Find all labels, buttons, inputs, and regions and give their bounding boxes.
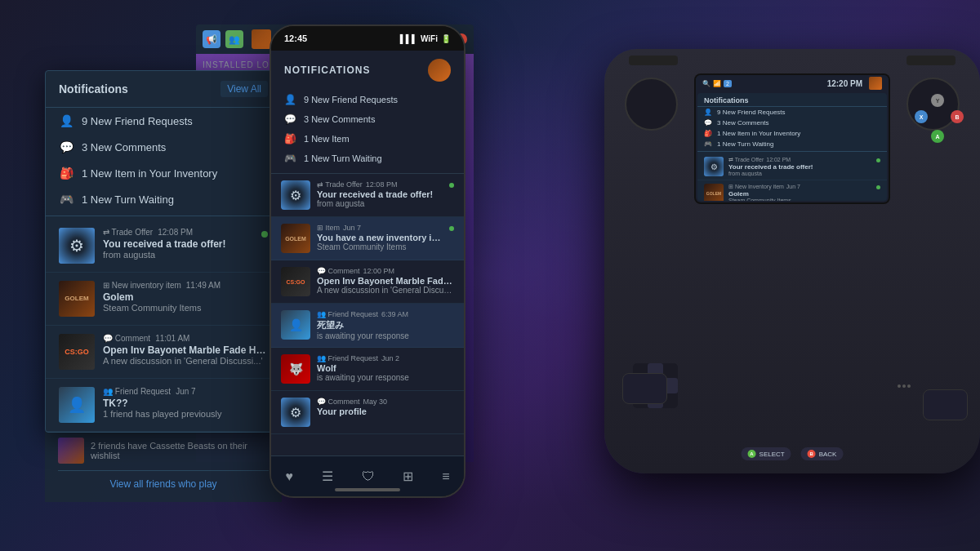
mobile-inventory-meta: ⊞ Item Jun 7 [317,224,443,232]
mobile-inventory-text: 1 New Item [304,134,350,144]
mobile-summary: 👤 9 New Friend Requests 💬 3 New Comments… [271,88,464,174]
notif-time: 12:08 PM [158,228,193,237]
view-all-button[interactable]: View All [220,81,268,97]
back-button[interactable]: B BACK [801,447,844,460]
mobile-notif-comment[interactable]: CS:GO 💬 Comment 12:00 PM Open Inv Bayone… [271,260,464,304]
mobile-summary-turns[interactable]: 🎮 1 New Turn Waiting [271,149,464,168]
deck-trade-time: 12:02 PM [766,157,791,163]
notif-item-meta: ⇄ Trade Offer 12:08 PM [103,228,253,237]
notif-item-meta-3: 💬 Comment 11:01 AM [103,334,268,343]
mobile-friend1-type: 👥 Friend Request [317,310,378,318]
deck-notif-golem[interactable]: GOLEM ⊞ New Inventory item Jun 7 Golem S… [697,180,887,201]
notif-time-4: Jun 7 [176,387,195,396]
left-stick[interactable] [625,78,678,131]
notif-type-inventory: ⊞ New inventory item [103,281,181,290]
steam-btn-announce[interactable]: 📢 [203,30,220,48]
notif-new-dot [261,231,268,238]
deck-summary-friends[interactable]: 👤 9 New Friend Requests [697,107,887,118]
deck-notif-badge: 2 [724,80,732,87]
friends-section: 2 friends have Cassette Beasts on their … [45,424,282,502]
deck-signal-icon: 📶 [713,80,721,87]
mobile-profile-thumb: ⚙ [281,398,310,427]
a-button[interactable]: A [931,130,944,143]
notif-item-friend-content: 👥 Friend Request Jun 7 TK?? 1 friend has… [103,387,268,419]
deck-summary-inventory[interactable]: 🎒 1 New Item in Your Inventory [697,128,887,139]
deck-golem-meta: ⊞ New Inventory item Jun 7 [728,184,871,190]
select-button[interactable]: A SELECT [742,447,791,460]
deck-avatar [869,77,882,90]
notif-item-csgo[interactable]: CS:GO 💬 Comment 11:01 AM Open Inv Bayone… [46,326,281,379]
notif-item-trade[interactable]: ⚙ ⇄ Trade Offer 12:08 PM You received a … [46,220,281,273]
mobile-csgo-thumb: CS:GO [281,267,310,296]
wifi-icon: WiFi [421,34,438,43]
mobile-inventory-sub: Steam Community Items [317,242,443,251]
mobile-notif-friend1[interactable]: 👤 👥 Friend Request 6:39 AM 死望み is awaiti… [271,304,464,348]
deck-screen-bezel: 🔍 📶 2 12:20 PM Notifications 👤 9 New Fri… [694,73,890,204]
mobile-notif-wolf[interactable]: 🐺 👥 Friend Request Jun 2 Wolf is awaitin… [271,348,464,391]
mobile-notif-profile[interactable]: ⚙ 💬 Comment May 30 Your profile [271,391,464,434]
y-button[interactable]: Y [931,94,944,107]
mobile-notif-trade[interactable]: ⚙ ⇄ Trade Offer 12:08 PM Your received a… [271,174,464,217]
mobile-nav-grid[interactable]: ⊞ [396,462,420,491]
right-bumper[interactable] [906,56,956,65]
steam-deck: 🔍 📶 2 12:20 PM Notifications 👤 9 New Fri… [588,0,980,551]
abxy-buttons: Y B X A [915,94,964,143]
mobile-trade-content: ⇄ Trade Offer 12:08 PM Your received a t… [317,180,443,208]
mobile-status-icons: ▌▌▌ WiFi 🔋 [400,34,451,43]
mobile-nav-menu[interactable]: ≡ [435,463,456,491]
notif-divider [46,216,281,216]
deck-inventory-icon: 🎒 [704,130,712,137]
deck-divider [697,151,887,152]
mobile-nav-shield[interactable]: 🛡 [355,463,381,491]
notif-summary-friends[interactable]: 👤 9 New Friend Requests [46,108,281,134]
deck-status-left: 🔍 📶 2 [702,80,824,87]
deck-summary-turns[interactable]: 🎮 1 New Turn Waiting [697,139,887,149]
deck-golem-sub: Steam Community Items [728,198,871,201]
mobile-trade-dot [449,183,454,188]
notif-item-meta-2: ⊞ New inventory item 11:49 AM [103,281,268,290]
notif-summary-inventory[interactable]: 🎒 1 New Item in Your Inventory [46,160,281,186]
mobile-friends-text: 9 New Friend Requests [304,95,398,104]
mobile-trade-title: Your received a trade offer! [317,189,443,199]
mobile-notif-header: NOTIFICATIONS [271,51,464,88]
mobile-summary-friends[interactable]: 👤 9 New Friend Requests [271,90,464,109]
mobile-summary-comments[interactable]: 💬 3 New Comments [271,109,464,129]
mobile-device: 12:45 ▌▌▌ WiFi 🔋 NOTIFICATIONS 👤 9 New F… [270,24,466,498]
view-all-friends-link[interactable]: View all friends who play [109,478,216,490]
notif-summary-turns[interactable]: 🎮 1 New Turn Waiting [46,186,281,212]
deck-summary-comments[interactable]: 💬 3 New Comments [697,118,887,128]
right-trackpad[interactable] [923,389,968,420]
notif-item-golem[interactable]: GOLEM ⊞ New inventory item 11:49 AM Gole… [46,273,281,326]
mobile-golem-thumb: GOLEM [281,224,310,253]
deck-trade-sub: from augusta [728,171,871,176]
b-button[interactable]: B [951,110,964,123]
mobile-summary-inventory[interactable]: 🎒 1 New Item [271,129,464,149]
notif-item-title: You received a trade offer! [103,238,253,250]
steam-btn-friends[interactable]: 👥 [225,30,243,48]
mobile-notif-inventory[interactable]: GOLEM ⊞ Item Jun 7 You have a new invent… [271,217,464,260]
mobile-friend1-meta: 👥 Friend Request 6:39 AM [317,310,454,318]
view-all-friends: View all friends who play [58,470,269,495]
deck-search-icon[interactable]: 🔍 [702,80,710,87]
x-button[interactable]: X [915,110,928,123]
deck-inventory-text: 1 New Item in Your Inventory [717,130,800,137]
mobile-trade-time: 12:08 PM [366,180,398,189]
mobile-nav-heart[interactable]: ♥ [278,463,300,491]
mobile-screen: NOTIFICATIONS 👤 9 New Friend Requests 💬 … [271,51,464,496]
mobile-friend1-sub: is awaiting your response [317,331,454,340]
mobile-notif-list: ⚙ ⇄ Trade Offer 12:08 PM Your received a… [271,174,464,481]
mobile-nav-store[interactable]: ☰ [315,462,340,491]
three-dots-button[interactable] [898,384,911,388]
mobile-time: 12:45 [284,33,307,43]
notif-item-friend[interactable]: 👤 👥 Friend Request Jun 7 TK?? 1 friend h… [46,379,281,432]
deck-screen: 🔍 📶 2 12:20 PM Notifications 👤 9 New Fri… [696,75,889,202]
mobile-profile-meta: 💬 Comment May 30 [317,398,454,406]
mobile-status-bar: 12:45 ▌▌▌ WiFi 🔋 [271,26,464,51]
notif-summary-comments[interactable]: 💬 3 New Comments [46,134,281,160]
left-bumper[interactable] [629,56,678,65]
deck-notif-trade[interactable]: ⚙ ⇄ Trade Offer 12:02 PM Your received a… [697,153,887,180]
left-trackpad[interactable] [622,373,667,404]
deck-golem-dot [876,185,880,189]
deck-time: 12:20 PM [827,79,862,88]
mobile-inventory-type: ⊞ Item [317,224,340,232]
